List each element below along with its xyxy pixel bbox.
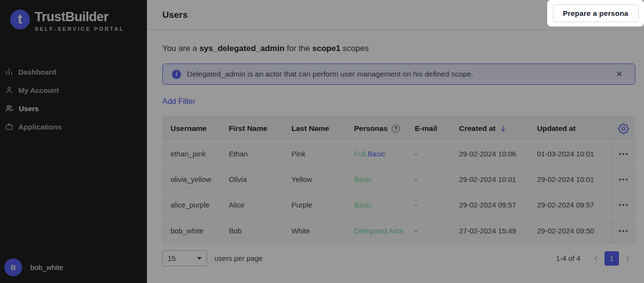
prepare-persona-button[interactable]: Prepare a persona (553, 4, 639, 22)
tour-dim-overlay (0, 0, 644, 283)
spotlight-card: Prepare a persona (547, 0, 644, 26)
